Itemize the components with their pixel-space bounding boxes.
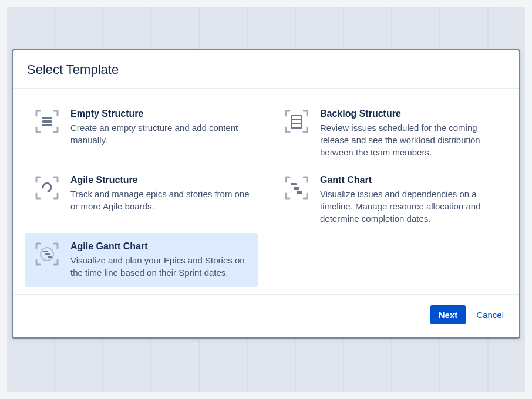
svg-rect-3 bbox=[291, 116, 302, 120]
template-gantt-chart[interactable]: Gantt Chart Visualize issues and depende… bbox=[274, 167, 507, 233]
template-desc: Visualize issues and dependencies on a t… bbox=[320, 188, 499, 225]
select-template-modal: Select Template Empty Structure Create a… bbox=[12, 49, 520, 339]
template-body: Gantt Chart Visualize issues and depende… bbox=[320, 175, 499, 225]
template-desc: Track and manage epics and stories from … bbox=[70, 188, 250, 212]
modal-title: Select Template bbox=[27, 62, 505, 77]
svg-rect-8 bbox=[297, 191, 302, 194]
svg-rect-1 bbox=[42, 120, 52, 123]
backlog-structure-icon bbox=[282, 109, 311, 134]
gantt-chart-icon bbox=[282, 175, 311, 201]
next-button[interactable]: Next bbox=[430, 305, 466, 324]
svg-rect-0 bbox=[42, 117, 52, 119]
agile-gantt-chart-icon bbox=[33, 241, 61, 267]
template-desc: Create an empty structure and add conten… bbox=[70, 121, 250, 146]
svg-rect-5 bbox=[291, 124, 302, 128]
template-title: Backlog Structure bbox=[320, 109, 499, 119]
template-grid: Empty Structure Create an empty structur… bbox=[13, 89, 519, 295]
template-title: Agile Gantt Chart bbox=[70, 241, 250, 252]
template-title: Empty Structure bbox=[70, 109, 250, 119]
template-agile-structure[interactable]: Agile Structure Track and manage epics a… bbox=[25, 167, 258, 233]
template-body: Agile Gantt Chart Visualize and plan you… bbox=[70, 241, 250, 279]
empty-structure-icon bbox=[33, 109, 61, 134]
cancel-button[interactable]: Cancel bbox=[474, 305, 506, 324]
template-title: Gantt Chart bbox=[320, 175, 499, 185]
svg-rect-2 bbox=[42, 124, 52, 126]
template-desc: Review issues scheduled for the coming r… bbox=[320, 121, 499, 158]
modal-footer: Next Cancel bbox=[13, 295, 519, 337]
template-backlog-structure[interactable]: Backlog Structure Review issues schedule… bbox=[274, 100, 507, 167]
modal-header: Select Template bbox=[13, 50, 519, 89]
modal-backdrop: Select Template Empty Structure Create a… bbox=[7, 7, 525, 392]
template-agile-gantt-chart[interactable]: Agile Gantt Chart Visualize and plan you… bbox=[25, 233, 258, 287]
template-empty-structure[interactable]: Empty Structure Create an empty structur… bbox=[25, 100, 258, 167]
svg-rect-10 bbox=[43, 251, 48, 252]
svg-rect-7 bbox=[294, 187, 299, 190]
template-body: Backlog Structure Review issues schedule… bbox=[320, 109, 499, 158]
template-grid-spacer bbox=[274, 233, 507, 287]
agile-structure-icon bbox=[33, 175, 61, 201]
template-body: Empty Structure Create an empty structur… bbox=[70, 109, 250, 146]
svg-rect-11 bbox=[45, 253, 50, 255]
svg-rect-6 bbox=[291, 183, 297, 185]
template-desc: Visualize and plan your Epics and Storie… bbox=[70, 254, 250, 279]
template-body: Agile Structure Track and manage epics a… bbox=[70, 175, 250, 212]
svg-rect-12 bbox=[48, 256, 52, 258]
svg-rect-4 bbox=[291, 120, 302, 124]
template-title: Agile Structure bbox=[70, 175, 250, 185]
